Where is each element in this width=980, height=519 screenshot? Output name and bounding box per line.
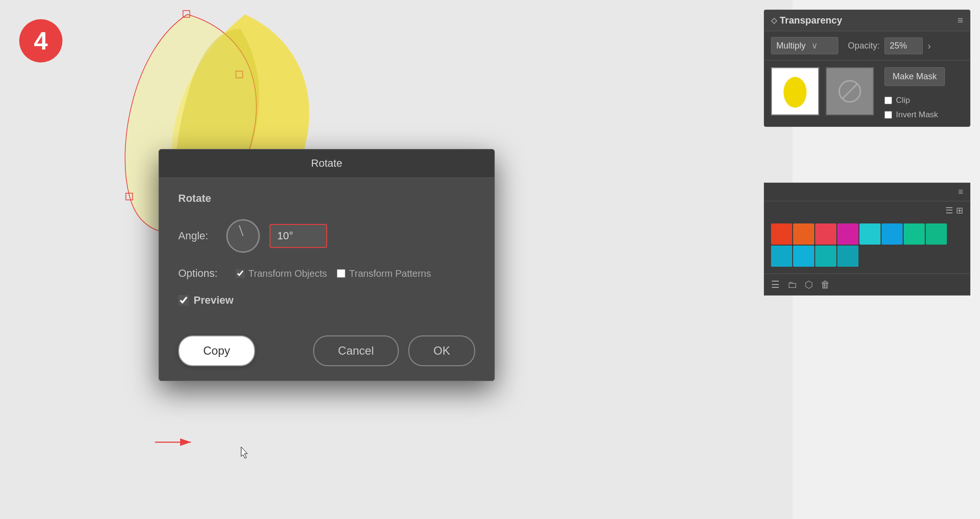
svg-line-5 bbox=[842, 84, 858, 99]
transform-objects-checkbox[interactable] bbox=[236, 269, 245, 278]
transform-patterns-label: Transform Patterns bbox=[349, 268, 431, 279]
color-swatch[interactable] bbox=[815, 223, 836, 245]
invert-mask-checkbox[interactable] bbox=[884, 111, 892, 119]
preview-checkbox[interactable] bbox=[178, 295, 189, 306]
transform-objects-option[interactable]: Transform Objects bbox=[236, 268, 327, 279]
transparency-panel-title: Transparency bbox=[780, 15, 842, 26]
diamond-icon: ◇ bbox=[771, 16, 777, 25]
opacity-label: Opacity: bbox=[848, 41, 880, 51]
copy-button[interactable]: Copy bbox=[178, 335, 255, 366]
blend-mode-value: Multiply bbox=[776, 41, 806, 51]
transform-patterns-option[interactable]: Transform Patterns bbox=[337, 268, 431, 279]
ok-button[interactable]: OK bbox=[408, 335, 475, 366]
dialog-buttons: Copy Cancel OK bbox=[159, 335, 494, 381]
color-swatch[interactable] bbox=[882, 223, 903, 245]
panel-header: ◇ Transparency ≡ bbox=[764, 10, 970, 31]
dialog-body: Rotate Angle: Options: Transform Objects… bbox=[159, 178, 494, 335]
step-badge: 4 bbox=[19, 19, 62, 62]
transparency-panel: ◇ Transparency ≡ Multiply ∨ Opacity: 25%… bbox=[764, 10, 970, 127]
svg-point-3 bbox=[784, 77, 807, 108]
make-mask-button[interactable]: Make Mask bbox=[884, 67, 945, 86]
list-view-icon[interactable]: ☰ bbox=[945, 205, 953, 216]
grid-view-icon[interactable]: ⊞ bbox=[956, 205, 963, 216]
color-swatch[interactable] bbox=[859, 223, 881, 245]
transform-objects-label: Transform Objects bbox=[248, 268, 327, 279]
arrow-indicator bbox=[149, 435, 197, 449]
clip-checkbox[interactable] bbox=[884, 97, 892, 104]
panel-menu-icon[interactable]: ≡ bbox=[957, 15, 963, 26]
step-number: 4 bbox=[34, 26, 48, 55]
rotate-dialog: Rotate Rotate Angle: Options: Transform … bbox=[159, 149, 495, 381]
color-swatch[interactable] bbox=[837, 246, 858, 267]
swatches-view-controls: ☰ ⊞ bbox=[764, 201, 970, 220]
blend-mode-select[interactable]: Multiply ∨ bbox=[771, 37, 838, 54]
swatches-menu-icon[interactable]: ≡ bbox=[958, 187, 963, 197]
invert-mask-option[interactable]: Invert Mask bbox=[884, 110, 938, 120]
panel-controls: Multiply ∨ Opacity: 25% › bbox=[764, 31, 970, 61]
preview-row: Preview bbox=[178, 294, 475, 307]
angle-row: Angle: bbox=[178, 219, 475, 253]
swatches-toolbar: ≡ bbox=[764, 183, 970, 201]
swatches-bottom-toolbar: ☰ 🗀 ⬡ 🗑 bbox=[764, 273, 970, 295]
swatches-move-icon[interactable]: ⬡ bbox=[805, 279, 813, 290]
cursor bbox=[240, 446, 250, 459]
color-swatch[interactable] bbox=[926, 223, 947, 245]
arrow-svg bbox=[149, 435, 197, 449]
object-thumbnail bbox=[771, 67, 819, 115]
dialog-title-bar: Rotate bbox=[159, 149, 494, 178]
options-label: Options: bbox=[178, 267, 226, 280]
angle-label: Angle: bbox=[178, 230, 217, 242]
color-swatches-grid bbox=[764, 220, 970, 273]
color-swatch[interactable] bbox=[904, 223, 925, 245]
mask-options: Clip Invert Mask bbox=[884, 96, 938, 120]
angle-dial[interactable] bbox=[226, 219, 260, 253]
transform-patterns-checkbox[interactable] bbox=[337, 269, 345, 278]
invert-mask-label: Invert Mask bbox=[896, 110, 938, 120]
dialog-section-title: Rotate bbox=[178, 192, 475, 205]
color-swatch[interactable] bbox=[771, 223, 792, 245]
clip-label: Clip bbox=[896, 96, 910, 105]
panel-masks: Make Mask Clip Invert Mask bbox=[764, 61, 970, 126]
cancel-button[interactable]: Cancel bbox=[313, 335, 399, 366]
mask-thumbnail bbox=[826, 67, 874, 115]
opacity-input[interactable]: 25% bbox=[884, 37, 923, 54]
color-swatch[interactable] bbox=[771, 246, 792, 267]
opacity-arrow[interactable]: › bbox=[928, 40, 931, 51]
options-row: Options: Transform Objects Transform Pat… bbox=[178, 267, 475, 280]
color-swatch[interactable] bbox=[793, 246, 814, 267]
swatches-delete-icon[interactable]: 🗑 bbox=[821, 279, 830, 290]
angle-input[interactable] bbox=[270, 224, 327, 248]
swatches-folder-icon[interactable]: 🗀 bbox=[787, 279, 797, 290]
clip-option[interactable]: Clip bbox=[884, 96, 938, 105]
swatches-panel: ≡ ☰ ⊞ ☰ 🗀 ⬡ 🗑 bbox=[764, 183, 970, 296]
panel-title: ◇ Transparency bbox=[771, 15, 842, 26]
swatches-document-icon[interactable]: ☰ bbox=[771, 279, 780, 290]
color-swatch[interactable] bbox=[793, 223, 814, 245]
color-swatch[interactable] bbox=[815, 246, 836, 267]
dialog-title: Rotate bbox=[311, 157, 343, 169]
blend-mode-chevron: ∨ bbox=[811, 40, 818, 51]
preview-label: Preview bbox=[194, 294, 233, 307]
color-swatch[interactable] bbox=[837, 223, 858, 245]
